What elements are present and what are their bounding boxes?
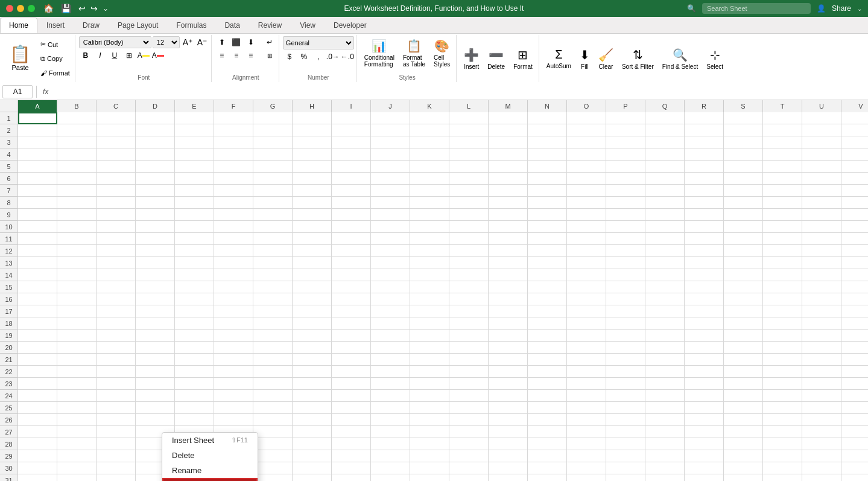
cell-V17[interactable]: [841, 305, 868, 317]
italic-button[interactable]: I: [93, 49, 107, 62]
font-family-select[interactable]: Calibri (Body): [79, 36, 151, 48]
cell-Q2[interactable]: [645, 124, 685, 136]
cell-R20[interactable]: [685, 342, 724, 354]
row-num-28[interactable]: 28: [0, 438, 18, 450]
cell-E23[interactable]: [175, 378, 214, 390]
cut-button[interactable]: ✂ Cut: [38, 40, 72, 49]
cell-U21[interactable]: [802, 354, 841, 366]
cell-U8[interactable]: [802, 197, 841, 209]
cell-T3[interactable]: [763, 136, 802, 148]
cell-P24[interactable]: [606, 390, 645, 402]
cell-L27[interactable]: [449, 426, 489, 438]
cell-N25[interactable]: [528, 402, 567, 414]
cell-G30[interactable]: [253, 462, 293, 474]
cell-L19[interactable]: [449, 330, 489, 342]
cell-U11[interactable]: [802, 233, 841, 245]
conditional-formatting-button[interactable]: 📊 ConditionalFormatting: [361, 36, 398, 70]
cell-R8[interactable]: [685, 197, 724, 209]
cell-I23[interactable]: [332, 378, 371, 390]
cell-P6[interactable]: [606, 173, 645, 185]
cell-S26[interactable]: [724, 414, 763, 426]
cell-R25[interactable]: [685, 402, 724, 414]
cell-B17[interactable]: [57, 305, 97, 317]
cell-P3[interactable]: [606, 136, 645, 148]
cell-J29[interactable]: [371, 450, 410, 462]
cell-Q16[interactable]: [645, 293, 685, 305]
row-num-18[interactable]: 18: [0, 317, 18, 330]
cell-B24[interactable]: [57, 390, 97, 402]
cell-G28[interactable]: [253, 438, 293, 450]
fill-color-button[interactable]: A: [137, 49, 150, 62]
cell-Q12[interactable]: [645, 245, 685, 257]
cell-C5[interactable]: [97, 161, 136, 173]
align-middle-button[interactable]: ⬛: [230, 36, 243, 48]
cell-V22[interactable]: [841, 366, 868, 378]
cell-B7[interactable]: [57, 185, 97, 197]
cell-E20[interactable]: [175, 342, 214, 354]
cell-G25[interactable]: [253, 402, 293, 414]
cell-U19[interactable]: [802, 330, 841, 342]
cell-A6[interactable]: [18, 173, 57, 185]
cell-Q30[interactable]: [645, 462, 685, 474]
cell-B19[interactable]: [57, 330, 97, 342]
cell-L18[interactable]: [449, 317, 489, 330]
cell-C12[interactable]: [97, 245, 136, 257]
cell-T9[interactable]: [763, 209, 802, 221]
cell-D10[interactable]: [136, 221, 175, 233]
cell-P31[interactable]: [606, 474, 645, 481]
cell-V13[interactable]: [841, 257, 868, 269]
cell-S21[interactable]: [724, 354, 763, 366]
cell-G5[interactable]: [253, 161, 293, 173]
cell-K13[interactable]: [410, 257, 449, 269]
cell-M16[interactable]: [489, 293, 528, 305]
cell-L17[interactable]: [449, 305, 489, 317]
cell-P27[interactable]: [606, 426, 645, 438]
cell-I17[interactable]: [332, 305, 371, 317]
format-painter-button[interactable]: 🖌 Format: [38, 69, 72, 77]
cell-F17[interactable]: [214, 305, 253, 317]
cell-H9[interactable]: [293, 209, 332, 221]
row-num-9[interactable]: 9: [0, 209, 18, 221]
cell-S19[interactable]: [724, 330, 763, 342]
cell-D6[interactable]: [136, 173, 175, 185]
cell-M22[interactable]: [489, 366, 528, 378]
cell-L25[interactable]: [449, 402, 489, 414]
cell-F19[interactable]: [214, 330, 253, 342]
tab-formulas[interactable]: Formulas: [167, 18, 215, 33]
cell-H27[interactable]: [293, 426, 332, 438]
cell-M14[interactable]: [489, 269, 528, 281]
cell-A9[interactable]: [18, 209, 57, 221]
cell-U6[interactable]: [802, 173, 841, 185]
cell-F24[interactable]: [214, 390, 253, 402]
cell-J25[interactable]: [371, 402, 410, 414]
fx-button[interactable]: fx: [40, 88, 51, 96]
row-num-24[interactable]: 24: [0, 390, 18, 402]
cell-N31[interactable]: [528, 474, 567, 481]
row-num-19[interactable]: 19: [0, 330, 18, 342]
cell-O8[interactable]: [567, 197, 606, 209]
cell-U5[interactable]: [802, 161, 841, 173]
tab-view[interactable]: View: [291, 18, 325, 33]
cell-O14[interactable]: [567, 269, 606, 281]
cell-D9[interactable]: [136, 209, 175, 221]
cell-S2[interactable]: [724, 124, 763, 136]
cell-V18[interactable]: [841, 317, 868, 330]
underline-button[interactable]: U: [108, 49, 121, 62]
cell-H10[interactable]: [293, 221, 332, 233]
cell-U10[interactable]: [802, 221, 841, 233]
cell-A25[interactable]: [18, 402, 57, 414]
cell-D20[interactable]: [136, 342, 175, 354]
cell-S4[interactable]: [724, 148, 763, 161]
cell-S30[interactable]: [724, 462, 763, 474]
cell-M3[interactable]: [489, 136, 528, 148]
cell-K9[interactable]: [410, 209, 449, 221]
bold-button[interactable]: B: [79, 49, 92, 62]
cell-D13[interactable]: [136, 257, 175, 269]
row-num-30[interactable]: 30: [0, 462, 18, 474]
cell-R22[interactable]: [685, 366, 724, 378]
cell-O11[interactable]: [567, 233, 606, 245]
cell-A30[interactable]: [18, 462, 57, 474]
align-center-button[interactable]: ≡: [230, 49, 243, 62]
cell-F14[interactable]: [214, 269, 253, 281]
cell-S24[interactable]: [724, 390, 763, 402]
